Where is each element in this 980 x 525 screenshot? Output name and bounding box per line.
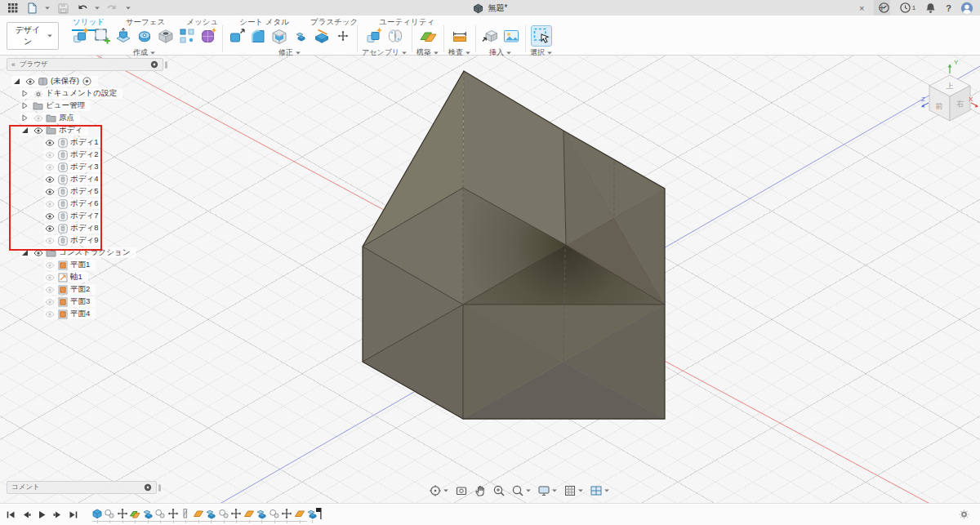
tree-item-label[interactable]: ドキュメントの設定	[46, 88, 117, 99]
visibility-eye-icon[interactable]	[44, 236, 55, 246]
workspace-selector[interactable]: デザイン	[7, 22, 59, 50]
tree-item-label[interactable]: ボディ9	[70, 235, 98, 246]
caret-down-icon[interactable]	[94, 5, 100, 11]
undo-icon[interactable]	[75, 2, 88, 15]
new-component-icon[interactable]	[364, 26, 384, 46]
insert-derive-icon[interactable]	[480, 26, 500, 46]
tree-item-label[interactable]: ボディ1	[70, 137, 98, 148]
tree-item-label[interactable]: (未保存)	[51, 76, 79, 87]
close-document-button[interactable]: ×	[856, 0, 867, 16]
panel-options-icon[interactable]	[150, 60, 158, 69]
tree-item-label[interactable]: 平面3	[70, 296, 90, 307]
browser-row-軸1[interactable]: 軸1	[7, 271, 163, 283]
insert-image-icon[interactable]	[501, 26, 521, 46]
timeline-feature-move-icon[interactable]	[230, 505, 243, 522]
visibility-eye-icon[interactable]	[44, 260, 55, 270]
browser-row-コンストラクション[interactable]: コンストラクション	[7, 247, 163, 259]
browser-row-平面3[interactable]: 平面3	[7, 296, 163, 308]
tree-item-label[interactable]: ボディ6	[70, 198, 98, 209]
ribbon-group-label[interactable]: 選択	[530, 47, 553, 58]
timeline-feature-copy-icon[interactable]	[104, 505, 117, 522]
timeline-feature-copy-icon[interactable]	[217, 505, 230, 522]
avatar[interactable]	[960, 2, 973, 15]
browser-row-(未保存)[interactable]: (未保存)	[7, 75, 163, 87]
construct-plane-icon[interactable]	[418, 26, 438, 46]
collapse-triangle-icon[interactable]	[20, 127, 30, 134]
measure-icon[interactable]	[450, 26, 470, 46]
timeline-feature-copy-icon[interactable]	[268, 505, 281, 522]
timeline-feature-combine-icon[interactable]	[141, 505, 154, 522]
tree-item-label[interactable]: 平面4	[70, 309, 90, 319]
browser-row-ドキュメントの設定[interactable]: ドキュメントの設定	[7, 87, 163, 100]
browser-row-原点[interactable]: 原点	[7, 112, 163, 124]
visibility-eye-icon[interactable]	[44, 309, 55, 319]
view-cube[interactable]: 上 前 右 Y X Z	[921, 59, 978, 121]
browser-row-平面1[interactable]: 平面1	[7, 259, 163, 271]
collapse-arrows-icon[interactable]: «	[11, 60, 16, 69]
new-body-icon[interactable]	[71, 26, 91, 46]
timeline-feature-combine-icon[interactable]	[205, 505, 218, 522]
browser-row-ボディ2[interactable]: ボディ2	[7, 149, 163, 161]
ribbon-group-label[interactable]: アセンブリ	[362, 47, 408, 58]
visibility-eye-icon[interactable]	[44, 138, 55, 148]
ribbon-group-label[interactable]: 作成	[133, 47, 156, 58]
browser-row-ボディ8[interactable]: ボディ8	[7, 222, 163, 234]
expand-triangle-icon[interactable]	[20, 90, 30, 97]
timeline-feature-combine-icon[interactable]	[256, 505, 269, 522]
browser-row-ボディ3[interactable]: ボディ3	[7, 161, 163, 173]
save-icon[interactable]	[56, 2, 69, 15]
visibility-eye-icon[interactable]	[44, 199, 55, 209]
fit-icon[interactable]	[510, 483, 532, 498]
play-button[interactable]	[38, 510, 47, 519]
collapse-triangle-icon[interactable]	[11, 78, 22, 85]
redo-icon[interactable]	[106, 2, 119, 15]
grid-icon[interactable]	[563, 483, 585, 498]
panel-options-icon[interactable]	[144, 483, 152, 492]
pan-icon[interactable]	[473, 483, 488, 498]
skip-end-button[interactable]	[69, 510, 78, 519]
timeline-feature-copy-icon[interactable]	[154, 505, 167, 522]
caret-down-icon[interactable]	[125, 5, 131, 11]
expand-triangle-icon[interactable]	[20, 102, 30, 109]
orbit-icon[interactable]	[428, 483, 450, 498]
tree-item-label[interactable]: 平面1	[70, 260, 90, 270]
browser-row-ボディ6[interactable]: ボディ6	[7, 198, 163, 210]
browser-row-ボディ7[interactable]: ボディ7	[7, 210, 163, 222]
skip-start-button[interactable]	[7, 510, 16, 519]
combine-icon[interactable]	[291, 26, 310, 46]
extrude-icon[interactable]	[114, 26, 133, 46]
step-back-button[interactable]	[22, 510, 31, 519]
visibility-eye-icon[interactable]	[44, 187, 55, 197]
document-tab[interactable]: 無題*	[473, 0, 508, 16]
browser-scrollbar[interactable]	[165, 61, 167, 69]
revolve-icon[interactable]	[135, 26, 154, 46]
tree-item-label[interactable]: 軸1	[70, 272, 82, 283]
collapse-triangle-icon[interactable]	[20, 249, 30, 256]
zoom-icon[interactable]	[492, 483, 506, 498]
browser-header[interactable]: « ブラウザ	[7, 58, 163, 71]
visibility-eye-icon[interactable]	[44, 162, 55, 172]
tree-item-label[interactable]: ボディ5	[70, 186, 98, 197]
tree-item-label[interactable]: ボディ4	[70, 174, 98, 185]
timeline-feature-move-icon[interactable]	[167, 505, 180, 522]
split-icon[interactable]	[312, 26, 332, 46]
ribbon-group-label[interactable]: 検査	[448, 47, 471, 58]
visibility-eye-icon[interactable]	[44, 175, 55, 185]
visibility-eye-icon[interactable]	[44, 297, 55, 307]
create-sketch-icon[interactable]	[92, 26, 112, 46]
browser-row-ボディ1[interactable]: ボディ1	[7, 136, 163, 149]
timeline-feature-plane-tilt-icon[interactable]	[129, 505, 142, 522]
visibility-eye-icon[interactable]	[33, 113, 43, 123]
timeline-feature-plane-icon[interactable]	[293, 505, 306, 522]
tree-item-label[interactable]: コンストラクション	[59, 247, 131, 258]
tree-item-label[interactable]: ボディ3	[70, 162, 98, 172]
select-icon[interactable]	[532, 26, 551, 46]
timeline-feature-move-icon[interactable]	[281, 505, 294, 522]
tree-item-label[interactable]: 原点	[59, 113, 74, 123]
move-icon[interactable]	[333, 26, 353, 46]
browser-row-ボディ[interactable]: ボディ	[7, 124, 163, 136]
visibility-eye-icon[interactable]	[44, 211, 55, 221]
activate-radio-icon[interactable]	[82, 77, 92, 86]
model-body[interactable]	[363, 71, 665, 419]
visibility-eye-icon[interactable]	[33, 248, 43, 258]
